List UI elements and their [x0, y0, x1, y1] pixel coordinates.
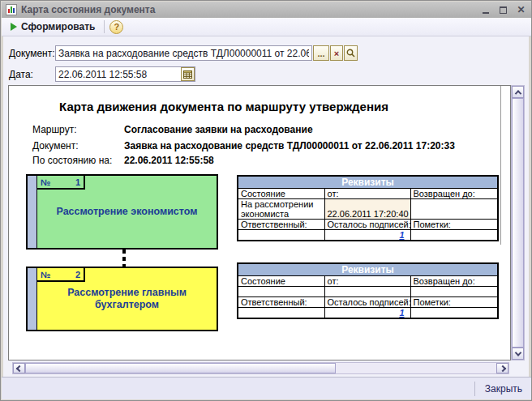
- chevron-up-icon: [514, 90, 521, 96]
- table-1-cell: Возвращен до:: [410, 189, 498, 199]
- meta-asof-value: 22.06.2011 12:55:58: [124, 155, 214, 166]
- table-1-cell: [238, 230, 324, 241]
- stage-1-name: Рассмотрение экономистом: [56, 206, 197, 218]
- stage-2-number-box: № 2: [37, 268, 85, 282]
- table-1-cell: Осталось подписей:: [324, 220, 410, 230]
- title-bar[interactable]: Карта состояния документа ✕: [2, 2, 532, 18]
- app-icon: [6, 4, 17, 15]
- table-2-cell: [410, 287, 498, 297]
- table-1-header: Реквизиты: [238, 176, 498, 189]
- meta-document-value: Заявка на расходование средств ТДЛ000000…: [124, 140, 455, 151]
- table-2-cell: [324, 287, 410, 297]
- stage-connector-dashed-line: [122, 250, 126, 267]
- table-2-cell: [410, 308, 498, 319]
- table-2-cell: Пометки:: [410, 297, 498, 308]
- document-field-label: Документ:: [9, 48, 55, 59]
- table-2-cell: от:: [324, 276, 410, 287]
- table-2-cell: Ответственный:: [238, 297, 324, 308]
- chevron-right-icon: [499, 365, 505, 371]
- chevron-down-icon: [514, 349, 521, 356]
- table-1-from-value: 22.06.2011 17:20:40: [324, 199, 410, 220]
- table-1-state-value: На рассмотрении экономиста: [238, 199, 324, 220]
- scroll-left-button[interactable]: [13, 363, 25, 373]
- signatures-left-link-2[interactable]: 1: [399, 308, 404, 318]
- document-open-button[interactable]: [344, 45, 358, 61]
- table-2-header: Реквизиты: [238, 263, 498, 276]
- date-field-label: Дата:: [9, 69, 33, 80]
- vertical-scrollbar[interactable]: [511, 85, 525, 360]
- requisites-table-2: Реквизиты Состояние от: Возвращен до: От…: [237, 262, 499, 319]
- toolbar-separator: [104, 20, 105, 33]
- magnifier-icon: [346, 49, 355, 58]
- table-2-cell: [238, 308, 324, 319]
- chevron-left-icon: [15, 365, 22, 371]
- vertical-scrollbar-thumb[interactable]: [512, 98, 524, 348]
- table-1-cell: [410, 230, 498, 241]
- table-1-cell: Состояние: [238, 189, 324, 199]
- table-2-cell: Возвращен до:: [410, 276, 498, 287]
- document-choose-button[interactable]: ...: [313, 45, 329, 61]
- requisites-table-1: Реквизиты Состояние от: Возвращен до: На…: [237, 175, 499, 241]
- report-panel: Карта движения документа по маршруту утв…: [8, 85, 511, 360]
- horizontal-scrollbar-track[interactable]: [25, 363, 496, 373]
- scroll-up-button[interactable]: [512, 86, 524, 98]
- help-button[interactable]: ?: [109, 20, 123, 34]
- table-2-cell: [238, 287, 324, 297]
- table-2-cell: Состояние: [238, 276, 324, 287]
- calendar-button[interactable]: [181, 67, 195, 81]
- toolbar: Сформировать ?: [2, 18, 532, 36]
- stage-2-name: Рассмотрение главным бухгалтером: [48, 287, 206, 311]
- generate-button-label: Сформировать: [21, 21, 95, 32]
- stage-2-side-strip: [28, 268, 37, 330]
- stage-1-side-strip: [28, 176, 37, 248]
- minimize-icon[interactable]: [478, 3, 492, 16]
- bottom-bar-separator: [474, 382, 475, 396]
- scroll-right-button[interactable]: [496, 363, 508, 373]
- date-input[interactable]: [55, 66, 195, 82]
- calendar-icon: [183, 70, 192, 79]
- stage-block-1: № 1 Рассмотрение экономистом: [26, 174, 218, 250]
- meta-asof-label: По состоянию на:: [32, 155, 112, 166]
- stage-1-number: 1: [75, 177, 80, 187]
- help-button-label: ?: [114, 22, 120, 32]
- document-clear-button[interactable]: ×: [330, 45, 343, 61]
- ellipsis-icon: ...: [317, 49, 324, 58]
- stage-2-num-sign: №: [41, 270, 50, 279]
- table-1-cell: [410, 199, 498, 220]
- page-boundary-line: [500, 86, 501, 245]
- horizontal-scrollbar-thumb[interactable]: [25, 363, 336, 373]
- clear-x-icon: ×: [334, 49, 339, 58]
- close-icon[interactable]: ✕: [514, 3, 528, 16]
- play-icon: [11, 23, 17, 31]
- meta-document-label: Документ:: [32, 140, 79, 151]
- stage-1-number-box: № 1: [37, 176, 85, 190]
- stage-1-num-sign: №: [41, 177, 50, 187]
- table-1-cell: Пометки:: [410, 220, 498, 230]
- generate-button[interactable]: Сформировать: [6, 19, 99, 35]
- table-1-cell: 1: [324, 230, 410, 241]
- horizontal-scrollbar[interactable]: [12, 362, 509, 374]
- meta-route-label: Маршрут:: [32, 124, 76, 135]
- report-title: Карта движения документа по маршруту утв…: [9, 100, 439, 113]
- table-1-cell: Ответственный:: [238, 220, 324, 230]
- meta-route-value: Согласование заявки на расходование: [124, 124, 313, 135]
- table-2-cell: Осталось подписей:: [324, 297, 410, 308]
- bottom-command-bar: Закрыть: [2, 377, 532, 399]
- close-button[interactable]: Закрыть: [482, 381, 526, 397]
- window-title: Карта состояния документа: [21, 4, 474, 15]
- stage-2-number: 2: [75, 270, 80, 279]
- document-input[interactable]: [55, 45, 312, 61]
- scroll-down-button[interactable]: [512, 348, 524, 360]
- stage-block-2: № 2 Рассмотрение главным бухгалтером: [26, 267, 218, 331]
- table-2-cell: 1: [324, 308, 410, 319]
- maximize-icon[interactable]: [496, 3, 510, 16]
- table-1-cell: от:: [324, 189, 410, 199]
- document-status-card-window: Карта состояния документа ✕ Сформировать…: [0, 0, 532, 401]
- signatures-left-link-1[interactable]: 1: [399, 230, 404, 240]
